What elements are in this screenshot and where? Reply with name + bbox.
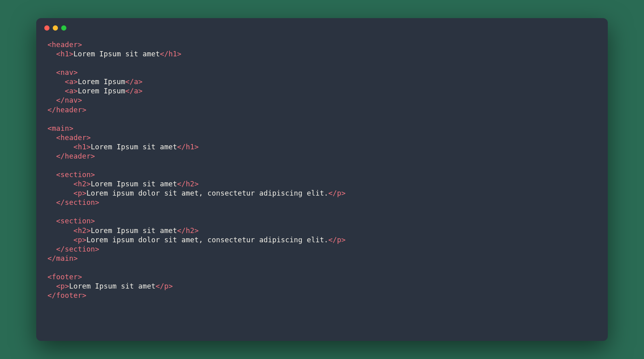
html-tag: <p> [73,236,86,244]
indent [47,198,56,206]
code-text: Lorem Ipsum sit amet [91,180,177,188]
code-line: <h2>Lorem Ipsum sit amet</h2> [47,180,597,189]
code-line [47,207,597,217]
indent [47,180,73,188]
code-line: </header> [47,105,597,115]
indent [47,152,56,160]
code-line: </section> [47,198,597,207]
indent [47,236,73,244]
code-line: <a>Lorem Ipsum</a> [47,77,597,87]
maximize-icon[interactable] [61,25,66,31]
html-tag: <section> [56,171,95,179]
code-line: <header> [47,133,597,142]
html-tag: <p> [56,282,69,290]
indent [47,282,56,290]
html-tag: </h2> [177,227,199,235]
code-text: Lorem Ipsum sit amet [91,227,177,235]
code-text: Lorem Ipsum sit amet [91,143,177,151]
window-titlebar [36,18,608,31]
code-line: </header> [47,152,597,161]
code-line: </main> [47,254,597,263]
indent [47,87,65,95]
html-tag: </main> [47,254,78,262]
code-text: Lorem Ipsum [78,87,125,95]
code-line: <p>Lorem Ipsum sit amet</p> [47,282,597,291]
html-tag: <section> [56,217,95,225]
code-line: <main> [47,124,597,133]
indent [47,189,73,197]
html-tag: <a> [65,87,78,95]
code-text: Lorem ipsum dolor sit amet, consectetur … [87,189,328,197]
html-tag: <header> [56,134,91,142]
code-line [47,263,597,272]
html-tag: </h1> [160,50,182,58]
code-line: <h1>Lorem Ipsum sit amet</h1> [47,142,597,152]
html-tag: </section> [56,245,99,253]
html-tag: <p> [73,189,86,197]
minimize-icon[interactable] [53,25,58,31]
code-line: <header> [47,40,597,50]
code-text: Lorem Ipsum [78,78,125,86]
code-line: </footer> [47,291,597,300]
indent [47,68,56,76]
code-line: <section> [47,170,597,180]
html-tag: <h2> [73,227,91,235]
html-tag: <h1> [73,143,91,151]
html-tag: </a> [125,78,142,86]
code-line: </nav> [47,96,597,105]
code-text: Lorem Ipsum sit amet [69,282,156,290]
indent [47,227,73,235]
code-line: <footer> [47,272,597,282]
html-tag: <h1> [56,50,73,58]
html-tag: <header> [47,41,82,49]
indent [47,50,56,58]
code-line: <p>Lorem ipsum dolor sit amet, consectet… [47,235,597,245]
code-line: <h1>Lorem Ipsum sit amet</h1> [47,50,597,59]
html-tag: <a> [65,78,78,86]
code-line [47,161,597,170]
code-text: Lorem ipsum dolor sit amet, consectetur … [87,236,328,244]
code-editor: <header> <h1>Lorem Ipsum sit amet</h1> <… [36,31,608,310]
code-line: <nav> [47,68,597,77]
html-tag: </p> [328,189,346,197]
code-line: <h2>Lorem Ipsum sit amet</h2> [47,226,597,235]
close-icon[interactable] [44,25,50,31]
html-tag: </nav> [56,96,82,104]
html-tag: </p> [328,236,346,244]
html-tag: <h2> [73,180,91,188]
html-tag: </a> [125,87,142,95]
indent [47,78,65,86]
indent [47,134,56,142]
html-tag: </p> [155,282,173,290]
code-line: <a>Lorem Ipsum</a> [47,87,597,96]
indent [47,143,73,151]
html-tag: <nav> [56,68,78,76]
code-line: </section> [47,245,597,254]
indent [47,171,56,179]
code-text: Lorem Ipsum sit amet [73,50,160,58]
html-tag: </header> [56,152,95,160]
indent [47,245,56,253]
html-tag: </section> [56,198,99,206]
html-tag: </footer> [47,291,87,299]
code-window: <header> <h1>Lorem Ipsum sit amet</h1> <… [36,18,608,341]
html-tag: <main> [47,124,73,132]
indent [47,96,56,104]
html-tag: </header> [47,106,87,114]
indent [47,217,56,225]
code-line [47,59,597,68]
html-tag: </h2> [177,180,199,188]
code-line: <section> [47,217,597,226]
code-line: <p>Lorem ipsum dolor sit amet, consectet… [47,189,597,198]
html-tag: <footer> [47,273,82,281]
code-line [47,115,597,124]
html-tag: </h1> [177,143,199,151]
